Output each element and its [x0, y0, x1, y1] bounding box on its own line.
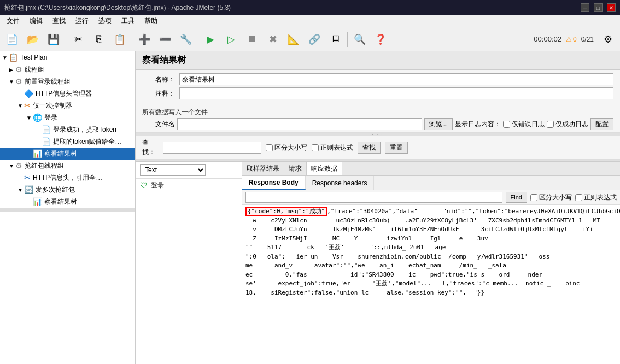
tab-request[interactable]: 请求 — [284, 162, 307, 175]
sidebar-item-once-ctrl[interactable]: ▼ ✂ 仅一次控制器 — [0, 99, 135, 111]
comment-label: 注释： — [142, 89, 175, 98]
response-body: {"code":0,"msg":"成功","trace":"304020a","… — [242, 205, 620, 364]
minimize-button[interactable]: ─ — [581, 3, 589, 12]
menu-run[interactable]: 运行 — [71, 15, 93, 27]
search-bar: 查找： 区分大小写 正则表达式 查找 重置 — [136, 136, 620, 160]
sidebar-item-label: 登录成功，提取Token — [53, 125, 116, 134]
sidebar-item-label: HTTP信息头，引用全局变量tok... — [33, 173, 104, 183]
tab-response-label: 响应数据 — [311, 164, 337, 173]
sidebar-item-thread-group-1[interactable]: ▶ ⚙ 线程组 — [0, 63, 135, 75]
errors-only-checkbox[interactable] — [503, 121, 510, 128]
run-no-pause-button[interactable]: ▷ — [221, 30, 241, 49]
response-line-10: 18. siRegister":false,"union_lc alse,"se… — [244, 289, 618, 298]
menu-edit[interactable]: 编辑 — [25, 15, 47, 27]
file-section: 所有数据写入一个文件 文件名 浏览... 显示日志内容： 仅错误日志 仅成功日志… — [136, 105, 620, 133]
sidebar-item-http-header-global[interactable]: ✂ HTTP信息头，引用全局变量tok... — [0, 172, 135, 184]
result-item-login[interactable]: 🛡 登录 — [136, 179, 242, 192]
warning-count: 0 — [573, 36, 577, 43]
browse-button[interactable]: 浏览... — [424, 118, 453, 130]
stop-button[interactable]: ⏹ — [242, 30, 262, 49]
sidebar-item-result-tree-2[interactable]: 📊 察看结果树 — [0, 196, 135, 208]
case-sensitive-checkbox[interactable] — [266, 144, 273, 151]
remote-button[interactable]: 🖥 — [325, 30, 345, 49]
sep2 — [132, 32, 132, 47]
file-label: 文件名 — [142, 120, 175, 129]
response-line-4: Z IzMzI5MjI MC Y izwiYnl Igl e 3uv — [244, 234, 618, 244]
menu-file[interactable]: 文件 — [2, 15, 24, 27]
response-line-9: se' expect_job":true,"er '王荔',"model"...… — [244, 279, 618, 289]
reset-button[interactable]: 重置 — [385, 142, 408, 154]
comment-input[interactable] — [179, 87, 613, 99]
zoom-button[interactable]: 🔍 — [350, 30, 370, 49]
dropdown-row: Text HTML JSON XML RegExp Tester — [136, 162, 242, 179]
response-search-input[interactable] — [245, 192, 502, 203]
sidebar-resize-handle[interactable]: ··· — [0, 208, 135, 212]
resp-regex-checkbox[interactable] — [575, 194, 582, 201]
sidebar-item-label: 提取的token赋值给全局... — [53, 137, 124, 146]
sidebar-item-result-tree-1[interactable]: 📊 察看结果树 — [0, 148, 135, 160]
link-button[interactable]: 🔗 — [305, 30, 324, 49]
sidebar-item-red-thread-group[interactable]: ▼ ⚙ 抢红包线程组 — [0, 160, 135, 172]
menu-search[interactable]: 查找 — [48, 15, 70, 27]
stop2-button[interactable]: ✖ — [263, 30, 283, 49]
tab-response-body[interactable]: Response Body — [242, 176, 306, 190]
sidebar-item-label: 察看结果树 — [44, 197, 77, 207]
expand-arrow: ▼ — [17, 187, 23, 193]
file-input[interactable] — [177, 118, 422, 130]
title-bar: 抢红包.jmx (C:\Users\xiakongkong\Desktop\抢红… — [0, 0, 620, 15]
sidebar-item-login-thread-group[interactable]: ▼ ⚙ 前置登录线程组 — [0, 75, 135, 87]
resp-case-sensitive-checkbox[interactable] — [530, 194, 537, 201]
close-button[interactable]: ✕ — [607, 3, 616, 12]
extractor-icon: 📄 — [42, 125, 51, 134]
menu-options[interactable]: 选项 — [94, 15, 116, 27]
regex-checkbox[interactable] — [312, 144, 319, 151]
case-sensitive-label: 区分大小写 — [274, 143, 307, 152]
search-label: 查找： — [142, 138, 159, 157]
sidebar-item-http-header-mgr[interactable]: 🔷 HTTP信息头管理器 — [0, 87, 135, 99]
copy-button[interactable]: ⎘ — [89, 30, 109, 49]
maximize-button[interactable]: □ — [594, 3, 603, 12]
test-plan-icon: 📋 — [9, 53, 18, 62]
collapse-button[interactable]: ➖ — [155, 30, 175, 49]
log-content-label: 显示日志内容： — [455, 120, 501, 129]
sidebar-item-test-plan[interactable]: ▼ 📋 Test Plan — [0, 51, 135, 63]
template-button[interactable]: 📐 — [284, 30, 303, 49]
sidebar-item-label: 前置登录线程组 — [25, 77, 71, 86]
tab-sampler-results[interactable]: 取样器结果 — [242, 162, 284, 175]
name-input[interactable] — [179, 73, 613, 85]
format-dropdown[interactable]: Text HTML JSON XML RegExp Tester — [140, 164, 206, 176]
tab-response-headers[interactable]: Response headers — [306, 176, 375, 190]
sidebar-item-send-multiple[interactable]: ▼ 🔄 发多次抢红包 — [0, 184, 135, 196]
case-sensitive-item: 区分大小写 — [266, 143, 307, 152]
settings2-button[interactable]: ⚙ — [598, 30, 618, 49]
sidebar-item-login-success[interactable]: 📄 登录成功，提取Token — [0, 124, 135, 136]
menu-help[interactable]: 帮助 — [140, 15, 162, 27]
run-button[interactable]: ▶ — [201, 30, 220, 49]
listener2-icon: 📊 — [33, 197, 42, 206]
timer-display: 00:00:02 — [534, 35, 561, 43]
resp-regex-label: 正则表达式 — [584, 193, 617, 202]
toolbar: 📄 📂 💾 ✂ ⎘ 📋 ➕ ➖ 🔧 ▶ ▷ ⏹ ✖ 📐 🔗 🖥 🔍 ❓ 00:0… — [0, 27, 620, 51]
save-button[interactable]: 💾 — [44, 30, 63, 49]
new-button[interactable]: 📄 — [2, 30, 22, 49]
success-only-checkbox[interactable] — [547, 121, 554, 128]
paste-button[interactable]: 📋 — [110, 30, 130, 49]
find-button[interactable]: 查找 — [358, 142, 381, 154]
help-button[interactable]: ❓ — [371, 30, 390, 49]
menu-tools[interactable]: 工具 — [117, 15, 139, 27]
settings-button[interactable]: 🔧 — [176, 30, 196, 49]
response-find-button[interactable]: Find — [506, 192, 527, 203]
open-button[interactable]: 📂 — [23, 30, 43, 49]
results-list: Text HTML JSON XML RegExp Tester 🛡 登录 — [136, 162, 242, 364]
search-input[interactable] — [163, 142, 261, 154]
sidebar-item-token-assign[interactable]: 📄 提取的token赋值给全局... — [0, 136, 135, 148]
cut-button[interactable]: ✂ — [68, 30, 88, 49]
expand-button[interactable]: ➕ — [134, 30, 154, 49]
sidebar-item-label: 登录 — [44, 113, 57, 122]
name-row: 名称： — [142, 73, 613, 85]
tab-response-data[interactable]: 响应数据 — [307, 162, 342, 175]
result-status-icon: 🛡 — [140, 181, 148, 190]
config-button[interactable]: 配置 — [590, 118, 613, 130]
name-label: 名称： — [142, 75, 175, 84]
sidebar-item-login[interactable]: ▼ 🌐 登录 — [0, 111, 135, 124]
